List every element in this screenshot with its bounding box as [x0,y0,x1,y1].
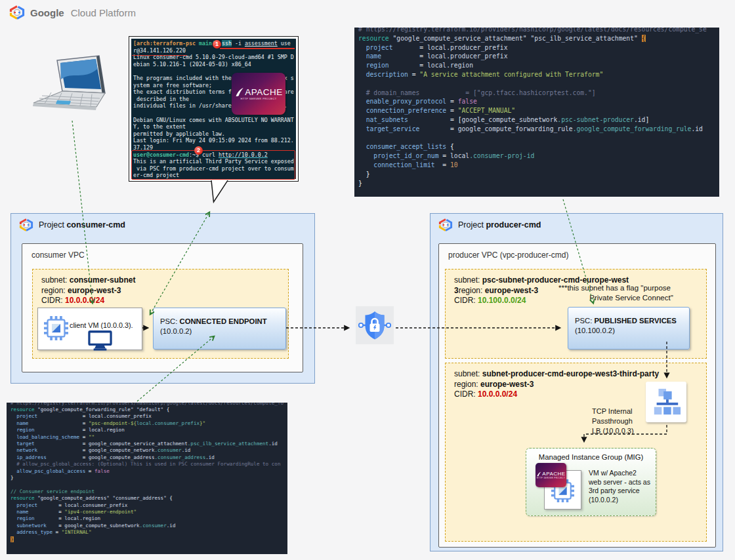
google-cloud-logo-icon [9,5,25,20]
annotation-badge-2: 2 [194,146,203,155]
apache-logo-badge: APACHE HTTP SERVER PROJECT [232,73,285,115]
client-vm-card: client VM (10.0.0.3). [37,308,142,350]
terminal-callout-tail [211,180,228,202]
psc-published-ip: (10.100.0.2) [575,327,615,334]
client-vm-label: client VM (10.0.0.3). [70,321,138,329]
brand-google: Google [30,7,64,18]
apache-feather-icon [234,87,244,97]
project-name: producer-cmd [486,220,541,230]
psc-connected-title: CONNECTED ENDPOINT [180,317,267,325]
annotation-badge-1: 1 [213,40,221,49]
subnet-info-producer-third-party: subnet: subnet-producer-cmd-europe-west3… [454,369,659,400]
annotation-underline-ip [132,55,187,56]
terminal-window: [arch:terraform-psc main( ssh -i assessm… [129,36,299,182]
cidr-value-producer-third-party: 10.0.0.0/24 [478,390,517,399]
psc-published-title: PUBLISHED SERVICES [595,317,677,325]
mig-box: Managed Instance Group (MIG) APACHE HTTP… [526,448,656,516]
terraform-code-service-attachment: # https://registry.terraform.io/provider… [354,28,719,197]
laptop-icon [20,54,121,123]
psc-connected-ip: (10.0.0.2) [160,327,192,335]
mig-title: Managed Instance Group (MIG) [526,453,656,461]
project-label: Project [39,220,64,230]
psc-shield-lock-icon [356,306,394,344]
apache-feather-icon [536,471,541,477]
psc-published-services-card: PSC: PUBLISHED SERVICES (10.100.0.2) [568,307,690,350]
load-balancer-card [646,382,686,422]
diagram-canvas: GoogleCloud Platform Project consumer-cm… [0,0,735,560]
subnet-info-consumer: subnet: consumer-subnet region: europe-w… [41,275,135,306]
terraform-code-forwarding-rule: # https://registry.terraform.io/provider… [7,403,287,554]
annotation-red-box [131,150,295,180]
project-label: Project [458,220,484,230]
gcp-hexagon-icon [438,218,453,231]
brand-header: GoogleCloud Platform [9,5,136,20]
monitor-icon [88,330,112,351]
project-header-consumer: Project consumer-cmd [19,218,125,231]
cidr-value-producer-psc: 10.100.0.0/24 [478,296,526,305]
vpc-label-producer: producer VPC (vpc-producer-cmd) [448,250,568,260]
mig-vm-description: VM w/ Apache2web server - acts as 3rd pa… [589,469,650,504]
apache-logo-badge-small: APACHE HTTP SERVER PROJECT [536,463,566,487]
tcp-lb-label: TCP InternalPassthroughLB (10.0.0.3) [592,407,644,436]
vpc-label-consumer: consumer VPC [32,250,85,260]
psc-connected-endpoint-card: PSC: CONNECTED ENDPOINT (10.0.0.2) [153,308,286,350]
gcp-hexagon-icon [19,218,33,231]
cidr-value-consumer: 10.0.0.0/24 [65,296,104,305]
project-header-producer: Project producer-cmd [438,218,541,231]
subnet-flag-note: ***this subnet has a flag "purpose Priva… [558,283,704,303]
annotation-underline-ssh [220,48,295,49]
project-name: consumer-cmd [66,220,125,230]
cpu-chip-icon [44,316,68,340]
load-balancer-icon [651,387,681,417]
brand-rest: Cloud Platform [71,7,136,18]
